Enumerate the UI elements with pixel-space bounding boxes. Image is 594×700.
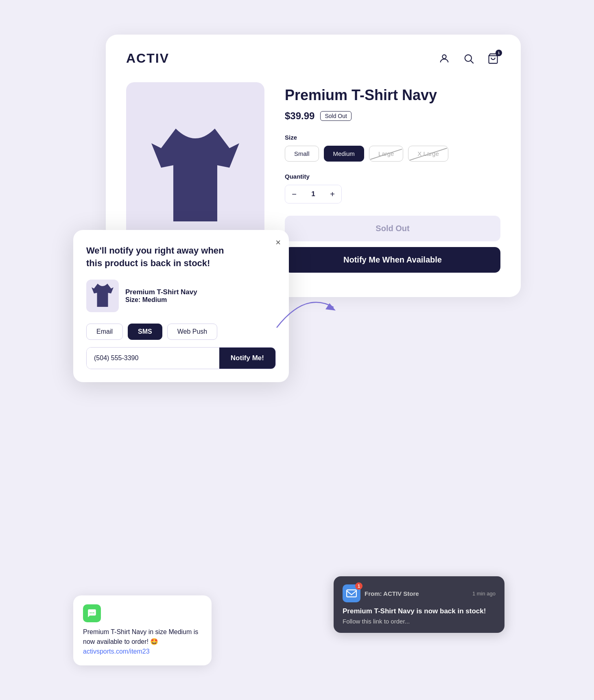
- push-app-icon: 1: [343, 584, 360, 602]
- user-icon: [439, 53, 450, 64]
- svg-rect-8: [347, 590, 356, 597]
- modal-product-name: Premium T-Shirt Navy: [125, 288, 197, 296]
- svg-point-1: [465, 55, 472, 61]
- modal-title: We'll notify you right away when this pr…: [86, 245, 233, 270]
- modal-product-thumb: [86, 280, 119, 312]
- search-icon-button[interactable]: [461, 51, 476, 66]
- notify-me-button[interactable]: Notify Me When Available: [285, 247, 500, 273]
- size-btn-xlarge[interactable]: X Large: [408, 146, 448, 162]
- modal-product-info: Premium T-Shirt Navy Size: Medium: [125, 288, 197, 304]
- tshirt-svg: [146, 124, 244, 231]
- modal-thumb-svg: [90, 282, 115, 310]
- push-badge: 1: [355, 582, 363, 590]
- quantity-control: − 1 +: [285, 185, 342, 203]
- header-icons: 1: [437, 51, 500, 66]
- modal-close-button[interactable]: ×: [275, 237, 281, 248]
- notify-tab-webpush[interactable]: Web Push: [167, 324, 218, 340]
- sold-out-badge: Sold Out: [320, 111, 351, 121]
- size-label: Size: [285, 134, 500, 141]
- email-icon: [346, 589, 357, 598]
- notify-input-row: Notify Me!: [86, 347, 276, 369]
- push-app-row: 1 From: ACTIV Store: [343, 584, 419, 602]
- svg-marker-4: [325, 303, 336, 311]
- svg-point-0: [442, 55, 446, 58]
- quantity-section: Quantity − 1 +: [285, 173, 500, 203]
- notify-tab-sms[interactable]: SMS: [128, 324, 162, 340]
- user-icon-button[interactable]: [437, 51, 452, 66]
- sms-link[interactable]: activsports.com/item23: [83, 648, 150, 655]
- push-title: Premium T-Shirt Navy is now back in stoc…: [343, 607, 496, 615]
- product-title: Premium T-Shirt Navy: [285, 86, 500, 104]
- notify-tab-email[interactable]: Email: [86, 324, 123, 340]
- push-notification: 1 From: ACTIV Store 1 min ago Premium T-…: [334, 576, 504, 633]
- size-btn-small[interactable]: Small: [285, 146, 319, 162]
- sms-notification: Premium T-Shirt Navy in size Medium is n…: [73, 595, 212, 665]
- product-price: $39.99: [285, 110, 314, 122]
- site-logo: ACTIV: [126, 51, 169, 66]
- quantity-increase[interactable]: +: [323, 185, 341, 203]
- quantity-decrease[interactable]: −: [285, 185, 303, 203]
- product-info: Premium T-Shirt Navy $39.99 Sold Out Siz…: [285, 82, 500, 273]
- cart-icon-button[interactable]: 1: [486, 51, 500, 66]
- cart-badge: 1: [496, 50, 502, 56]
- sms-body: Premium T-Shirt Navy in size Medium is n…: [83, 627, 202, 656]
- scene: ACTIV: [73, 35, 521, 665]
- notify-modal: × We'll notify you right away when this …: [73, 230, 289, 382]
- message-icon: [87, 608, 97, 619]
- notify-submit-button[interactable]: Notify Me!: [219, 348, 275, 369]
- size-btn-large[interactable]: Large: [369, 146, 403, 162]
- sms-icon: [83, 604, 101, 622]
- sms-text: Premium T-Shirt Navy in size Medium is n…: [83, 628, 198, 645]
- push-header: 1 From: ACTIV Store 1 min ago: [343, 584, 496, 602]
- svg-point-5: [90, 612, 91, 614]
- push-body: Follow this link to order...: [343, 618, 496, 625]
- svg-line-2: [471, 61, 473, 63]
- svg-point-7: [93, 612, 94, 614]
- push-app-name: From: ACTIV Store: [365, 590, 419, 597]
- modal-product-size: Size: Medium: [125, 296, 197, 304]
- site-header: ACTIV: [126, 51, 500, 66]
- modal-product-row: Premium T-Shirt Navy Size: Medium: [86, 280, 276, 312]
- price-row: $39.99 Sold Out: [285, 110, 500, 122]
- size-btn-medium[interactable]: Medium: [324, 146, 364, 162]
- sold-out-button: Sold Out: [285, 216, 500, 241]
- size-options: Small Medium Large X Large: [285, 146, 500, 162]
- notify-tabs: Email SMS Web Push: [86, 324, 276, 340]
- phone-input[interactable]: [87, 348, 219, 369]
- push-time: 1 min ago: [472, 591, 496, 597]
- svg-point-6: [92, 612, 93, 614]
- quantity-value: 1: [303, 190, 323, 198]
- search-icon: [463, 53, 474, 64]
- sms-header: [83, 604, 202, 622]
- quantity-label: Quantity: [285, 173, 500, 180]
